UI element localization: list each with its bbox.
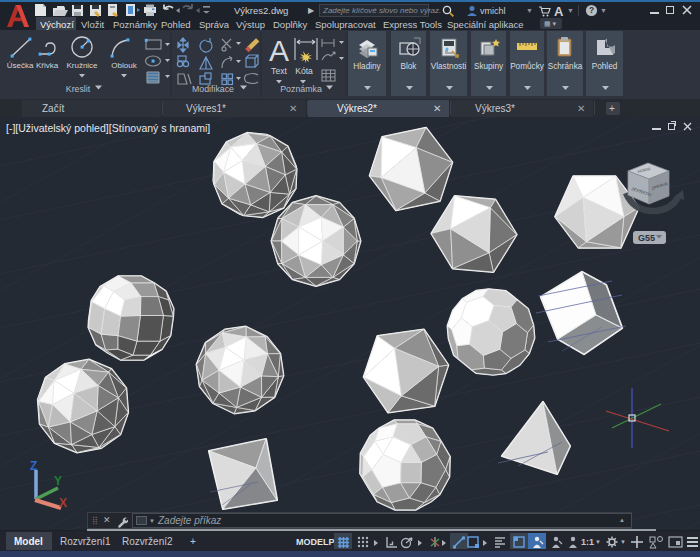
svg-text:Poznámka: Poznámka bbox=[280, 84, 322, 94]
svg-text:G55: G55 bbox=[638, 233, 655, 243]
svg-text:Úsečka: Úsečka bbox=[7, 61, 34, 70]
svg-text:Kružnice: Kružnice bbox=[66, 61, 98, 70]
svg-text:Y: Y bbox=[54, 474, 62, 488]
svg-text:A: A bbox=[269, 34, 289, 67]
svg-text:Oblouk: Oblouk bbox=[111, 61, 137, 70]
svg-text:X: X bbox=[59, 496, 67, 510]
svg-text:?: ? bbox=[589, 5, 594, 15]
svg-text:Kóta: Kóta bbox=[295, 66, 313, 76]
svg-text:Text: Text bbox=[271, 66, 287, 76]
svg-text:Z: Z bbox=[30, 459, 37, 473]
svg-text:Modifikace: Modifikace bbox=[192, 84, 234, 94]
svg-text:Kreslit: Kreslit bbox=[66, 84, 91, 94]
svg-text:Křivka: Křivka bbox=[36, 61, 59, 70]
